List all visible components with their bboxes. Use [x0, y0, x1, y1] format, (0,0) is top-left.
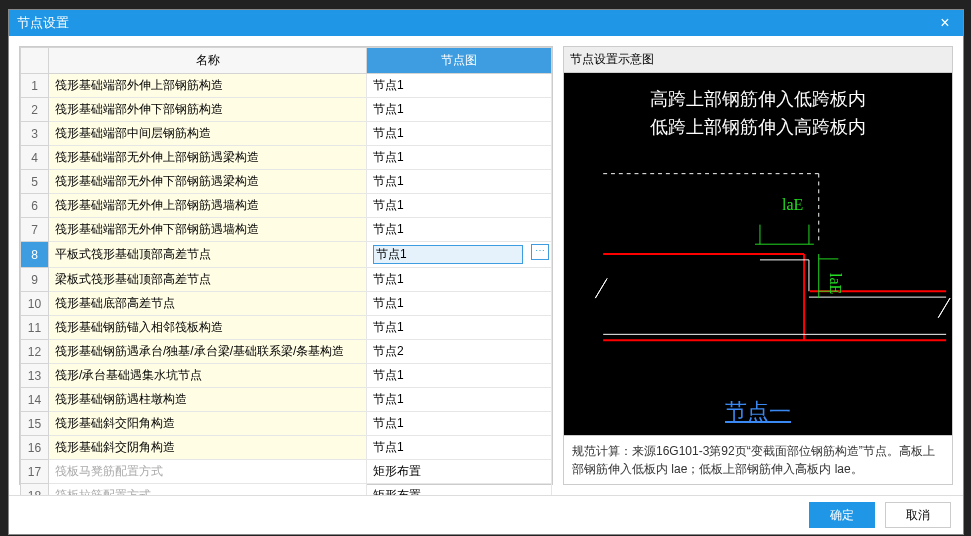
table-row[interactable]: 16筏形基础斜交阴角构造节点1: [21, 436, 552, 460]
table-row[interactable]: 9梁板式筏形基础顶部高差节点节点1: [21, 268, 552, 292]
row-name: 筏形基础钢筋遇柱墩构造: [48, 388, 366, 412]
row-graph[interactable]: 矩形布置: [367, 484, 552, 496]
row-index: 2: [21, 98, 49, 122]
row-graph[interactable]: 节点1: [367, 316, 552, 340]
preview-title: 节点设置示意图: [564, 47, 952, 73]
lae-label-2: laE: [826, 273, 844, 294]
row-name: 筏板马凳筋配置方式: [48, 460, 366, 484]
row-index: 17: [21, 460, 49, 484]
row-name: 筏形基础端部无外伸下部钢筋遇墙构造: [48, 218, 366, 242]
row-index: 10: [21, 292, 49, 316]
row-graph[interactable]: 节点1: [367, 146, 552, 170]
diagram-text-1: 高跨上部钢筋伸入低跨板内: [564, 87, 952, 111]
lae-label-1: laE: [782, 196, 803, 214]
header-name: 名称: [48, 48, 366, 74]
row-name: 筏形基础端部外伸下部钢筋构造: [48, 98, 366, 122]
row-index: 18: [21, 484, 49, 496]
table-row[interactable]: 15筏形基础斜交阳角构造节点1: [21, 412, 552, 436]
row-name: 筏形基础端部外伸上部钢筋构造: [48, 74, 366, 98]
table-header-row: 名称 节点图: [21, 48, 552, 74]
row-index: 8: [21, 242, 49, 268]
table-row[interactable]: 14筏形基础钢筋遇柱墩构造节点1: [21, 388, 552, 412]
row-name: 平板式筏形基础顶部高差节点: [48, 242, 366, 268]
row-name: 筏形基础端部中间层钢筋构造: [48, 122, 366, 146]
node-settings-dialog: 节点设置 × 名称 节点图 1筏形基础端部外伸上部钢筋构造节点12筏形基础端部外…: [8, 9, 964, 535]
diagram: 高跨上部钢筋伸入低跨板内 低跨上部钢筋伸入高跨板内 laE laE: [564, 73, 952, 435]
table-row[interactable]: 5筏形基础端部无外伸下部钢筋遇梁构造节点1: [21, 170, 552, 194]
table-pane: 名称 节点图 1筏形基础端部外伸上部钢筋构造节点12筏形基础端部外伸下部钢筋构造…: [19, 46, 553, 485]
row-name: 筏形基础端部无外伸下部钢筋遇梁构造: [48, 170, 366, 194]
row-index: 15: [21, 412, 49, 436]
row-graph[interactable]: 节点1: [367, 194, 552, 218]
table-row[interactable]: 8平板式筏形基础顶部高差节点节点1⋯: [21, 242, 552, 268]
row-name: 筏形基础斜交阴角构造: [48, 436, 366, 460]
row-index: 6: [21, 194, 49, 218]
row-graph[interactable]: 节点2: [367, 340, 552, 364]
row-index: 16: [21, 436, 49, 460]
table-row[interactable]: 2筏形基础端部外伸下部钢筋构造节点1: [21, 98, 552, 122]
row-graph[interactable]: 节点1: [367, 364, 552, 388]
row-index: 9: [21, 268, 49, 292]
preview-desc: 规范计算：来源16G101-3第92页“变截面部位钢筋构造”节点。高板上部钢筋伸…: [564, 435, 952, 484]
row-name: 筏形基础钢筋锚入相邻筏板构造: [48, 316, 366, 340]
row-index: 1: [21, 74, 49, 98]
table-row[interactable]: 10筏形基础底部高差节点节点1: [21, 292, 552, 316]
row-name: 筏板拉筋配置方式: [48, 484, 366, 496]
table-row[interactable]: 7筏形基础端部无外伸下部钢筋遇墙构造节点1: [21, 218, 552, 242]
row-graph[interactable]: 节点1: [367, 292, 552, 316]
table-row[interactable]: 3筏形基础端部中间层钢筋构造节点1: [21, 122, 552, 146]
ok-button[interactable]: 确定: [809, 502, 875, 528]
row-index: 14: [21, 388, 49, 412]
row-name: 筏形基础端部无外伸上部钢筋遇梁构造: [48, 146, 366, 170]
row-graph[interactable]: 矩形布置: [367, 460, 552, 484]
row-name: 筏形基础钢筋遇承台/独基/承台梁/基础联系梁/条基构造: [48, 340, 366, 364]
row-index: 4: [21, 146, 49, 170]
row-graph[interactable]: 节点1: [367, 74, 552, 98]
row-name: 筏形/承台基础遇集水坑节点: [48, 364, 366, 388]
diagram-text-2: 低跨上部钢筋伸入高跨板内: [564, 115, 952, 139]
header-graph[interactable]: 节点图: [367, 48, 552, 74]
table-row[interactable]: 13筏形/承台基础遇集水坑节点节点1: [21, 364, 552, 388]
row-index: 11: [21, 316, 49, 340]
row-graph[interactable]: 节点1: [367, 218, 552, 242]
table-row[interactable]: 12筏形基础钢筋遇承台/独基/承台梁/基础联系梁/条基构造节点2: [21, 340, 552, 364]
diagram-node-label: 节点一: [564, 397, 952, 427]
row-index: 7: [21, 218, 49, 242]
dialog-body: 名称 节点图 1筏形基础端部外伸上部钢筋构造节点12筏形基础端部外伸下部钢筋构造…: [9, 36, 963, 495]
dialog-title: 节点设置: [17, 14, 69, 32]
row-name: 筏形基础斜交阳角构造: [48, 412, 366, 436]
nodes-table: 名称 节点图 1筏形基础端部外伸上部钢筋构造节点12筏形基础端部外伸下部钢筋构造…: [20, 47, 552, 495]
row-index: 13: [21, 364, 49, 388]
table-row[interactable]: 4筏形基础端部无外伸上部钢筋遇梁构造节点1: [21, 146, 552, 170]
table-row[interactable]: 6筏形基础端部无外伸上部钢筋遇墙构造节点1: [21, 194, 552, 218]
row-index: 3: [21, 122, 49, 146]
row-graph[interactable]: 节点1: [367, 436, 552, 460]
titlebar: 节点设置 ×: [9, 10, 963, 36]
row-index: 5: [21, 170, 49, 194]
row-graph[interactable]: 节点1: [367, 388, 552, 412]
more-button[interactable]: ⋯: [531, 244, 549, 260]
row-graph[interactable]: 节点1⋯: [367, 242, 552, 268]
header-idx: [21, 48, 49, 74]
row-graph[interactable]: 节点1: [367, 412, 552, 436]
table-row[interactable]: 11筏形基础钢筋锚入相邻筏板构造节点1: [21, 316, 552, 340]
graph-value[interactable]: 节点1: [373, 245, 523, 264]
cancel-button[interactable]: 取消: [885, 502, 951, 528]
close-icon[interactable]: ×: [935, 13, 955, 33]
table-row[interactable]: 1筏形基础端部外伸上部钢筋构造节点1: [21, 74, 552, 98]
row-graph[interactable]: 节点1: [367, 170, 552, 194]
row-name: 筏形基础底部高差节点: [48, 292, 366, 316]
table-row[interactable]: 18筏板拉筋配置方式矩形布置: [21, 484, 552, 496]
row-graph[interactable]: 节点1: [367, 122, 552, 146]
table-row[interactable]: 17筏板马凳筋配置方式矩形布置: [21, 460, 552, 484]
preview-pane: 节点设置示意图 高跨上部钢筋伸入低跨板内 低跨上部钢筋伸入高跨板内 laE la…: [563, 46, 953, 485]
row-name: 筏形基础端部无外伸上部钢筋遇墙构造: [48, 194, 366, 218]
row-index: 12: [21, 340, 49, 364]
dialog-footer: 确定 取消: [9, 495, 963, 534]
row-name: 梁板式筏形基础顶部高差节点: [48, 268, 366, 292]
row-graph[interactable]: 节点1: [367, 268, 552, 292]
row-graph[interactable]: 节点1: [367, 98, 552, 122]
